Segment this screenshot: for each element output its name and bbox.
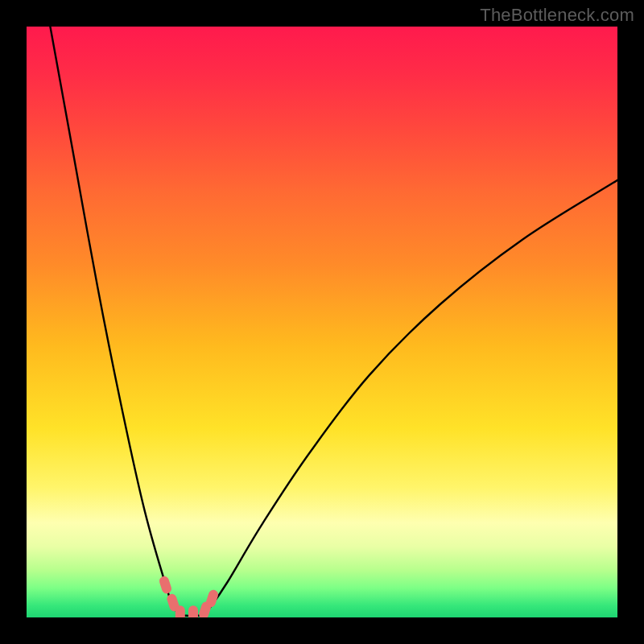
curve-marker bbox=[188, 605, 198, 617]
watermark-text: TheBottleneck.com bbox=[480, 5, 634, 26]
curve-marker bbox=[158, 575, 172, 595]
curve-svg bbox=[27, 27, 617, 617]
curve-marker bbox=[175, 605, 185, 617]
curve-markers bbox=[158, 575, 219, 617]
bottleneck-curve bbox=[50, 27, 617, 616]
plot-area bbox=[27, 27, 617, 617]
chart-frame: TheBottleneck.com bbox=[0, 0, 644, 644]
